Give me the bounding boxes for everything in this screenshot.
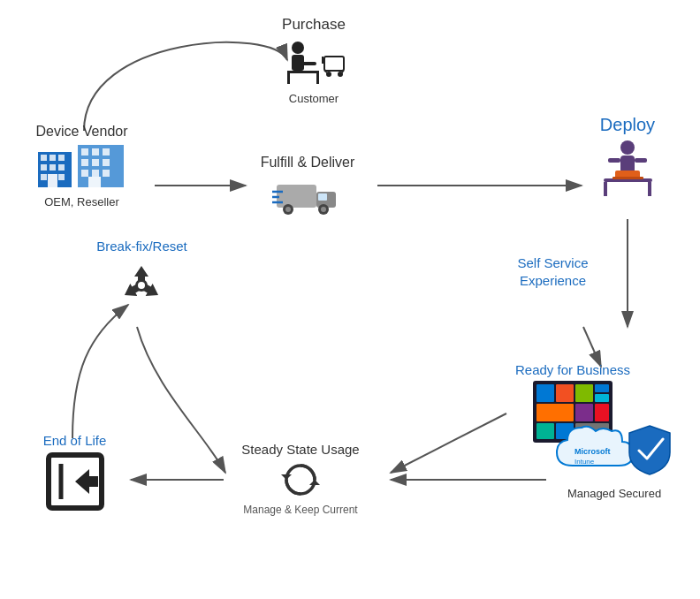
svg-rect-55 [608, 158, 620, 163]
svg-text:Microsoft: Microsoft [574, 447, 611, 456]
svg-rect-43 [277, 185, 316, 208]
device-vendor-icon [9, 143, 155, 192]
device-vendor-sublabel: OEM, Reseller [9, 195, 155, 209]
steady-state-sublabel: Manage & Keep Current [212, 504, 389, 516]
svg-point-64 [138, 282, 145, 289]
svg-rect-26 [41, 164, 47, 171]
self-service-node: Self ServiceExperience [484, 254, 621, 289]
purchase-node: Purchase Cus [247, 16, 380, 105]
steady-state-label: Steady State Usage [212, 442, 389, 457]
svg-rect-68 [575, 384, 593, 402]
steady-state-icon [212, 460, 389, 500]
purchase-icon [247, 37, 380, 88]
svg-marker-82 [309, 480, 320, 485]
svg-rect-69 [595, 384, 609, 392]
svg-rect-40 [92, 170, 99, 177]
svg-marker-79 [75, 469, 98, 494]
svg-rect-45 [318, 193, 327, 201]
svg-rect-39 [81, 170, 88, 177]
deploy-icon [566, 139, 689, 201]
svg-rect-33 [81, 148, 88, 155]
svg-rect-37 [92, 159, 99, 166]
svg-rect-29 [41, 174, 47, 180]
svg-rect-35 [103, 148, 110, 155]
svg-point-47 [285, 207, 291, 212]
managed-secured-label: Managed Secured [539, 487, 689, 500]
break-fix-icon [69, 257, 215, 315]
svg-line-5 [583, 327, 601, 367]
purchase-sublabel: Customer [247, 92, 380, 105]
svg-rect-25 [58, 155, 65, 161]
device-vendor-label: Device Vendor [9, 124, 155, 140]
svg-rect-27 [49, 164, 56, 171]
svg-rect-42 [88, 177, 101, 187]
svg-point-53 [620, 140, 635, 155]
svg-rect-34 [92, 148, 99, 155]
end-of-life-label: End of Life [11, 433, 139, 448]
steady-state-node: Steady State Usage Manage & Keep Current [212, 442, 389, 516]
svg-rect-62 [612, 177, 643, 179]
managed-secured-icon: Microsoft Intune [539, 417, 689, 483]
svg-rect-60 [648, 182, 651, 196]
fulfill-label: Fulfill & Deliver [237, 155, 378, 171]
svg-rect-28 [58, 164, 65, 171]
svg-point-49 [321, 207, 326, 212]
svg-rect-15 [324, 57, 344, 71]
svg-rect-13 [287, 73, 290, 84]
deploy-label: Deploy [566, 115, 689, 135]
svg-rect-56 [635, 158, 647, 163]
svg-text:Intune: Intune [574, 458, 595, 466]
svg-rect-30 [58, 174, 65, 180]
svg-rect-24 [49, 155, 56, 161]
fulfill-icon [237, 174, 378, 216]
svg-rect-14 [316, 73, 319, 84]
diagram: Purchase Cus [0, 0, 700, 599]
managed-secured-node: Microsoft Intune Managed Secured [539, 413, 689, 500]
svg-rect-36 [81, 159, 88, 166]
svg-rect-67 [556, 384, 574, 402]
end-of-life-node: End of Life [11, 433, 139, 515]
svg-point-9 [292, 42, 304, 54]
svg-rect-12 [287, 71, 319, 73]
svg-rect-23 [41, 155, 47, 161]
svg-rect-70 [595, 394, 609, 402]
break-fix-node: Break-fix/Reset [69, 239, 215, 318]
break-fix-label: Break-fix/Reset [69, 239, 215, 254]
svg-rect-31 [48, 174, 57, 187]
svg-rect-41 [103, 170, 110, 177]
fulfill-node: Fulfill & Deliver [237, 155, 378, 220]
svg-rect-38 [103, 159, 110, 166]
self-service-label: Self ServiceExperience [484, 254, 621, 289]
device-vendor-node: Device Vendor [9, 124, 155, 209]
svg-rect-11 [301, 62, 316, 65]
svg-rect-66 [536, 384, 554, 402]
svg-rect-59 [604, 182, 607, 196]
purchase-label: Purchase [247, 16, 380, 34]
end-of-life-icon [11, 451, 139, 512]
ready-for-business-label: Ready for Business [484, 362, 661, 377]
deploy-node: Deploy [566, 115, 689, 204]
